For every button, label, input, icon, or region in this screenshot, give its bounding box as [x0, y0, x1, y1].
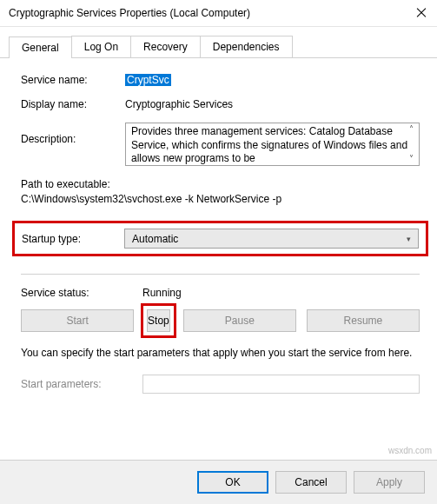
description-text: Provides three management services: Cata… [131, 125, 407, 164]
start-params-info: You can specify the start parameters tha… [21, 346, 420, 361]
tab-recovery[interactable]: Recovery [130, 36, 201, 57]
startup-type-dropdown[interactable]: Automatic ▾ [124, 229, 419, 249]
stop-button[interactable]: Stop [147, 309, 170, 332]
dialog-footer: OK Cancel Apply [0, 460, 437, 504]
service-name-value[interactable]: CryptSvc [125, 74, 171, 86]
startup-type-label: Startup type: [22, 233, 124, 245]
path-value: C:\Windows\system32\svchost.exe -k Netwo… [21, 193, 420, 205]
description-scrollbar[interactable]: ˄ ˅ [404, 123, 419, 165]
chevron-down-icon: ▾ [407, 235, 411, 243]
tab-general[interactable]: General [9, 36, 72, 58]
startup-type-value: Automatic [132, 233, 178, 245]
service-status-value: Running [142, 287, 182, 299]
service-name-label: Service name: [21, 74, 125, 86]
cancel-button[interactable]: Cancel [275, 471, 347, 494]
display-name-label: Display name: [21, 98, 125, 110]
tab-strip: General Log On Recovery Dependencies [0, 27, 437, 58]
resume-button: Resume [307, 309, 420, 332]
start-params-label: Start parameters: [21, 378, 142, 390]
window-title: Cryptographic Services Properties (Local… [9, 7, 250, 19]
tab-dependencies[interactable]: Dependencies [200, 36, 293, 57]
description-box[interactable]: Provides three management services: Cata… [125, 123, 420, 166]
start-params-input [142, 375, 420, 394]
scroll-up-icon[interactable]: ˄ [409, 125, 414, 134]
service-status-label: Service status: [21, 287, 142, 299]
tab-logon[interactable]: Log On [71, 36, 131, 57]
watermark: wsxdn.com [388, 446, 432, 455]
path-label: Path to executable: [21, 178, 420, 190]
stop-button-highlight: Stop [141, 303, 176, 338]
close-icon[interactable] [416, 8, 427, 18]
divider [21, 274, 420, 275]
pause-button: Pause [183, 309, 296, 332]
ok-button[interactable]: OK [197, 471, 268, 494]
scroll-down-icon[interactable]: ˅ [409, 155, 414, 163]
display-name-value: Cryptographic Services [125, 98, 233, 110]
start-button: Start [21, 309, 134, 332]
startup-type-highlight: Startup type: Automatic ▾ [12, 221, 428, 256]
description-label: Description: [21, 123, 125, 145]
apply-button: Apply [354, 471, 425, 494]
